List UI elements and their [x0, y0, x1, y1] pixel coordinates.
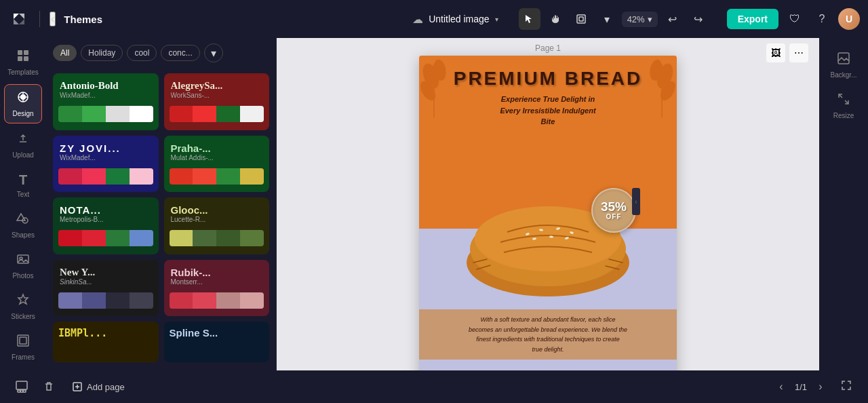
document-title-area: ☁ Untitled image ▾ — [412, 13, 498, 26]
discount-percent: 35% — [601, 200, 627, 213]
frame-tool-button[interactable] — [570, 8, 592, 30]
text-icon: T — [19, 172, 27, 188]
left-nav: Templates ▶ Design — [0, 38, 46, 370]
svg-marker-12 — [17, 214, 25, 220]
theme-card-9[interactable]: IBMPl... — [53, 322, 159, 362]
sidebar-item-text[interactable]: T Text — [4, 167, 42, 204]
export-button[interactable]: Export — [727, 9, 778, 29]
redo-button[interactable]: ↪ — [688, 8, 709, 30]
sidebar-item-stickers[interactable]: Stickers — [4, 288, 42, 326]
delete-page-button[interactable] — [38, 376, 60, 398]
undo-button[interactable]: ↩ — [662, 8, 684, 30]
theme-card-7[interactable]: New Y... SinkinSa... — [53, 260, 159, 317]
svg-rect-4 — [18, 56, 22, 61]
filter-all[interactable]: All — [53, 45, 77, 61]
topbar-right-actions: Export 🛡 ? U — [727, 8, 860, 30]
topbar-divider — [39, 11, 40, 27]
theme-card-6[interactable]: Glooc... Lucette-R... — [164, 197, 270, 254]
page-label: Page 1 — [277, 38, 819, 56]
themes-filter-bar: All Holiday cool conc... ▾ — [46, 38, 276, 68]
add-page-button[interactable]: Add page — [65, 377, 132, 396]
poster-subtitle: Experience True Delight inEvery Irresist… — [433, 94, 663, 128]
theme-card-8[interactable]: Rubik-... Montserr... — [164, 260, 270, 317]
design-label: Design — [12, 110, 33, 117]
canvas-viewport: PREMIUM BREAD Experience True Delight in… — [277, 56, 819, 370]
canvas-area: Page 1 🖼 ⋯ — [277, 38, 819, 370]
poster-title: PREMIUM BREAD — [433, 68, 663, 90]
frame-dropdown-button[interactable]: ▾ — [596, 8, 618, 30]
thumbnail-view-button[interactable] — [11, 376, 33, 398]
frames-label: Frames — [12, 353, 35, 361]
sidebar-item-frames[interactable]: Frames — [4, 328, 42, 366]
theme-card-5[interactable]: NOTA... Metropolis-B... — [53, 197, 159, 254]
theme-card-10[interactable]: Spline S... — [164, 322, 270, 362]
svg-rect-13 — [18, 255, 28, 263]
next-page-button[interactable]: › — [811, 377, 830, 396]
theme-sub-6: Lucette-R... — [171, 216, 263, 223]
resize-icon — [837, 92, 850, 109]
document-dropdown-arrow[interactable]: ▾ — [495, 16, 498, 23]
select-tool-button[interactable] — [519, 8, 540, 30]
page-indicator: 1/1 — [795, 382, 807, 392]
themes-grid: Antonio-Bold WixMadef... AlegreySa... Wo… — [46, 68, 276, 370]
app-logo — [8, 8, 30, 30]
zoom-value: 42% — [627, 14, 645, 24]
theme-sub-4: Mulat Addis-... — [171, 154, 263, 161]
sidebar-item-upload[interactable]: Upload — [4, 126, 42, 164]
theme-sub-3: WixMadef... — [60, 154, 152, 161]
shapes-icon — [16, 212, 30, 229]
add-page-label: Add page — [87, 382, 125, 392]
zoom-control[interactable]: 42% ▾ — [622, 12, 658, 27]
help-button[interactable]: ? — [811, 8, 833, 30]
filter-holiday[interactable]: Holiday — [81, 45, 123, 61]
themes-panel: All Holiday cool conc... ▾ Antonio-Bold … — [46, 38, 277, 370]
toolbar-tools: ▾ 42% ▾ ↩ ↪ — [519, 8, 709, 30]
page-photo-button[interactable]: 🖼 — [766, 43, 785, 62]
theme-sub-2: WorkSans-... — [171, 92, 263, 99]
background-icon — [837, 52, 850, 69]
page-navigation: ‹ 1/1 › — [772, 377, 830, 396]
theme-name-4: Praha-... — [171, 142, 263, 154]
hand-tool-button[interactable] — [545, 8, 566, 30]
background-button[interactable]: Backgr... — [823, 46, 864, 84]
filter-more-button[interactable]: ▾ — [204, 43, 223, 62]
svg-rect-1 — [579, 17, 583, 21]
sidebar-item-design[interactable]: ▶ Design — [4, 84, 42, 123]
theme-name-1: Antonio-Bold — [60, 80, 152, 92]
poster-description-section: With a soft texture and abundant flavor,… — [419, 309, 677, 360]
photos-icon — [16, 252, 30, 269]
prev-page-button[interactable]: ‹ — [772, 377, 791, 396]
frames-icon — [16, 334, 30, 351]
panel-collapse-handle[interactable]: ‹ — [632, 188, 640, 215]
theme-sub-8: Montserr... — [171, 278, 263, 286]
theme-name-8: Rubik-... — [171, 267, 263, 278]
resize-button[interactable]: Resize — [823, 87, 864, 125]
back-button[interactable]: ‹ — [50, 12, 56, 26]
theme-card-1[interactable]: Antonio-Bold WixMadef... — [53, 73, 159, 130]
svg-rect-0 — [577, 15, 585, 23]
sidebar-item-shapes[interactable]: Shapes — [4, 206, 42, 244]
zoom-dropdown-arrow: ▾ — [648, 14, 652, 24]
templates-label: Templates — [7, 69, 39, 76]
filter-conc[interactable]: conc... — [161, 45, 199, 61]
shapes-label: Shapes — [12, 231, 35, 239]
document-name: Untitled image — [429, 14, 490, 24]
theme-card-4[interactable]: Praha-... Mulat Addis-... — [164, 136, 270, 193]
theme-card-3[interactable]: ZY JOVI... WixMadef... — [53, 136, 159, 193]
design-icon — [16, 90, 30, 107]
user-avatar[interactable]: U — [838, 8, 860, 30]
text-label: Text — [17, 191, 29, 198]
upload-label: Upload — [12, 151, 34, 159]
sidebar-item-photos[interactable]: Photos — [4, 247, 42, 285]
page-more-button[interactable]: ⋯ — [789, 43, 808, 62]
sidebar-item-templates[interactable]: Templates — [4, 43, 42, 81]
cloud-icon: ☁ — [412, 13, 423, 26]
stickers-icon — [16, 293, 30, 310]
theme-card-2[interactable]: AlegreySa... WorkSans-... — [164, 73, 270, 130]
stickers-label: Stickers — [11, 313, 35, 320]
theme-sub-7: SinkinSa... — [60, 278, 152, 286]
right-panel: Backgr... Resize — [819, 38, 868, 370]
filter-cool[interactable]: cool — [127, 45, 157, 61]
fullscreen-button[interactable] — [835, 376, 857, 398]
shield-icon-button[interactable]: 🛡 — [784, 8, 806, 30]
